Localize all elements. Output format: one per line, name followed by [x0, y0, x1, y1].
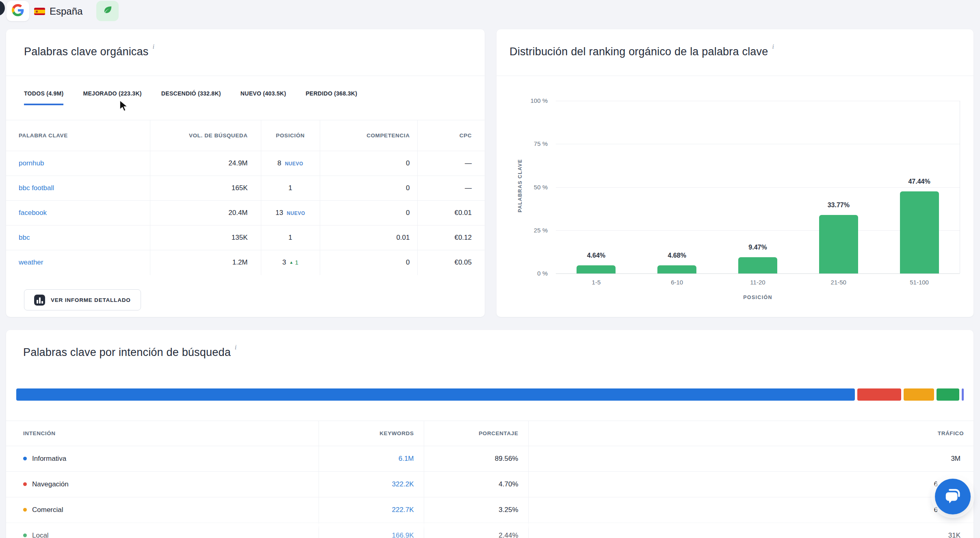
- traffic-cell: 6: [528, 497, 973, 523]
- keyword-cell: weather: [6, 250, 150, 275]
- bar-value-label: 4.64%: [556, 252, 637, 259]
- column-header: PORCENTAJE: [424, 421, 528, 446]
- bar-11-20[interactable]: [738, 257, 777, 273]
- keyword-link[interactable]: weather: [19, 258, 43, 266]
- position-value: 1: [288, 184, 292, 192]
- keywords-count-link[interactable]: 166.9K: [392, 531, 414, 538]
- cpc-cell: €0.01: [417, 201, 485, 226]
- competition-cell: 0: [320, 176, 417, 201]
- keyword-cell: bbc: [6, 226, 150, 250]
- bar-value-label: 9.47%: [718, 244, 798, 251]
- country-label: España: [50, 6, 82, 17]
- detailed-report-button[interactable]: VER INFORME DETALLADO: [24, 289, 141, 310]
- intent-segment-comercial[interactable]: [904, 388, 934, 401]
- keyword-link[interactable]: facebook: [19, 209, 47, 217]
- column-header: POSICIÓN: [261, 120, 320, 151]
- x-tick-label: 11-20: [718, 279, 798, 286]
- y-axis-title: PALABRAS CLAVE: [517, 137, 523, 234]
- volume-cell: 165K: [150, 176, 261, 201]
- intent-row: Comercial222.7K3.25%6: [6, 497, 973, 523]
- spain-flag-icon: [34, 8, 45, 15]
- corner-avatar[interactable]: [0, 0, 5, 16]
- info-icon[interactable]: i: [772, 43, 774, 50]
- column-header: CPC: [417, 120, 485, 151]
- position-cell: 13NUEVO: [261, 201, 320, 226]
- position-cell: 1: [261, 226, 320, 250]
- google-logo-icon: [12, 4, 24, 18]
- table-row: pornhub24.9M8NUEVO0—: [6, 151, 485, 176]
- table-row: bbc football165K10—: [6, 176, 485, 201]
- divider: [497, 76, 973, 76]
- percentage-cell: 4.70%: [424, 472, 528, 497]
- intent-segment-informativa[interactable]: [16, 388, 855, 401]
- keywords-count-link[interactable]: 6.1M: [399, 455, 414, 462]
- keyword-link[interactable]: bbc football: [19, 184, 54, 192]
- competition-cell: 0: [320, 151, 417, 176]
- leaf-icon: [102, 5, 113, 17]
- table-row: weather1.2M3▲10€0.05: [6, 250, 485, 275]
- keyword-link[interactable]: pornhub: [19, 159, 44, 167]
- ranking-distribution-panel: Distribución del ranking orgánico de la …: [497, 29, 973, 317]
- tab-nuevo[interactable]: NUEVO (403.5K): [241, 90, 286, 105]
- leaf-chip[interactable]: [96, 1, 119, 21]
- table-header-row: INTENCIÓNKEYWORDSPORCENTAJETRÁFICO: [6, 421, 973, 446]
- grid-line-50: [556, 187, 960, 188]
- percentage-cell: 89.56%: [424, 446, 528, 472]
- info-icon[interactable]: i: [235, 344, 237, 351]
- keywords-cell: 322.2K: [319, 472, 424, 497]
- volume-cell: 20.4M: [150, 201, 261, 226]
- intent-color-dot: [23, 482, 27, 486]
- column-header: TRÁFICO: [528, 421, 973, 446]
- intent-label: Informativa: [32, 455, 66, 462]
- google-chip[interactable]: [7, 1, 29, 21]
- keyword-link[interactable]: bbc: [19, 234, 30, 241]
- intent-segment-navegación[interactable]: [857, 388, 901, 401]
- bar-51-100[interactable]: [900, 191, 939, 273]
- intent-segment-other[interactable]: [962, 388, 964, 401]
- keywords-count-link[interactable]: 322.2K: [392, 480, 414, 488]
- x-tick-label: 51-100: [879, 279, 960, 286]
- tab-mejorado[interactable]: MEJORADO (223.3K): [83, 90, 141, 105]
- grid-line-75: [556, 144, 960, 144]
- percentage-cell: 2.44%: [424, 523, 528, 538]
- bar-1-5[interactable]: [577, 265, 616, 273]
- traffic-cell: 6: [528, 472, 973, 497]
- intent-cell: Navegación: [6, 472, 319, 497]
- bar-6-10[interactable]: [657, 265, 696, 273]
- chat-bubble-icon: [943, 486, 962, 507]
- bar-value-label: 4.68%: [637, 252, 718, 259]
- position-value: 3: [282, 258, 286, 266]
- intent-segment-local[interactable]: [937, 388, 959, 401]
- tab-descendió[interactable]: DESCENDIÓ (332.8K): [161, 90, 221, 105]
- intent-color-dot: [23, 534, 27, 537]
- panel-title-organic: Palabras clave orgánicasi: [24, 46, 154, 58]
- y-tick-label: 0 %: [514, 270, 548, 277]
- tab-perdido[interactable]: PERDIDO (368.3K): [306, 90, 357, 105]
- divider: [6, 76, 485, 76]
- tab-todos[interactable]: TODOS (4.9M): [24, 90, 63, 105]
- chat-widget-button[interactable]: [935, 479, 971, 514]
- info-icon[interactable]: i: [152, 43, 154, 50]
- position-value: 8: [278, 159, 281, 167]
- cpc-cell: —: [417, 176, 485, 201]
- intent-stacked-bar: [16, 388, 964, 401]
- detailed-report-label: VER INFORME DETALLADO: [51, 297, 131, 303]
- intent-row: Local166.9K2.44%31K: [6, 523, 973, 538]
- new-badge: NUEVO: [287, 210, 305, 216]
- column-header: PALABRA CLAVE: [6, 120, 150, 151]
- bar-21-50[interactable]: [819, 215, 858, 273]
- percentage-cell: 3.25%: [424, 497, 528, 523]
- panel-title-distribution: Distribución del ranking orgánico de la …: [510, 46, 774, 58]
- keyword-cell: pornhub: [6, 151, 150, 176]
- keywords-count-link[interactable]: 222.7K: [392, 506, 414, 514]
- intent-cell: Informativa: [6, 446, 319, 472]
- cpc-cell: €0.05: [417, 250, 485, 275]
- intent-label: Comercial: [32, 506, 63, 514]
- keywords-cell: 166.9K: [319, 523, 424, 538]
- intent-label: Local: [32, 531, 49, 538]
- competition-cell: 0: [320, 201, 417, 226]
- new-badge: NUEVO: [285, 161, 303, 167]
- grid-line-25: [556, 230, 960, 231]
- volume-cell: 135K: [150, 226, 261, 250]
- volume-cell: 1.2M: [150, 250, 261, 275]
